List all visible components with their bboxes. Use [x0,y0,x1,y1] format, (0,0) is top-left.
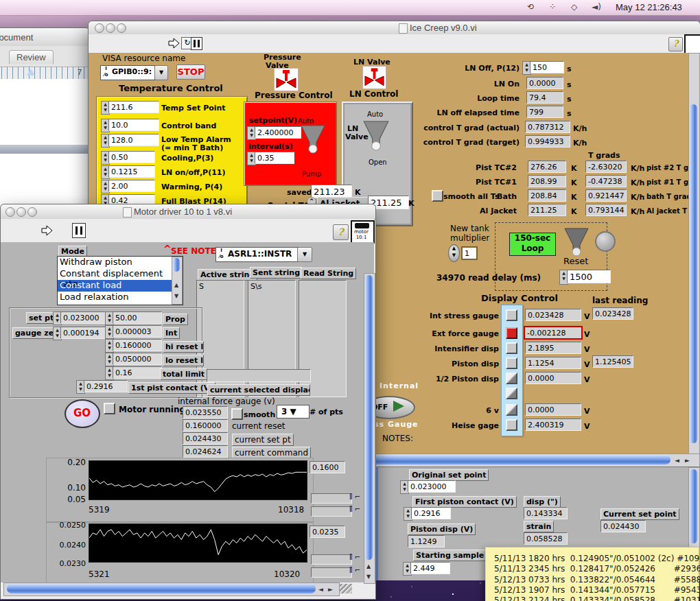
scroll-up-icon[interactable]: ▲ [366,563,371,569]
scroll-right-icon[interactable]: ► [328,586,333,593]
volume-icon[interactable]: ◄) [592,2,601,12]
document-page[interactable] [0,79,89,145]
setpoint-value[interactable]: 2.400000 [255,126,301,139]
first-contact-value[interactable]: 0.2916 [411,507,451,519]
prop-value[interactable]: 50.00 [113,311,162,324]
smooth-checkbox[interactable] [231,408,243,420]
document-splitter[interactable] [0,145,89,154]
scroll-left-icon[interactable]: ◄ [318,586,323,593]
chart2-palette-icon[interactable]: ⫼ ⌐ [349,553,360,561]
saved-value[interactable]: 211.23 [311,185,352,198]
motor-running-checkbox[interactable] [104,403,115,414]
chart2-palette-icon2[interactable]: ⫼ ⌐ [349,566,360,574]
document-titlebar[interactable]: Document [0,28,89,47]
minimize-icon[interactable] [16,207,26,217]
mode-listbox[interactable]: Withdraw piston Constant displacement ra… [57,256,183,305]
loop-indicator[interactable]: 150-sec Loop [509,233,556,256]
int-value[interactable]: 0.000003 [113,325,162,338]
chart1-palette-icon[interactable]: ⫼ ⌐ [349,493,360,501]
original-set-point-value[interactable]: 0.023000 [408,480,456,493]
hi-reset-value[interactable]: 0.160000 [113,339,162,351]
dots-icon[interactable]: ⁘ [549,2,556,12]
smooth-all-checkbox[interactable] [432,190,443,202]
sample-length-value[interactable]: 2.449 [410,562,450,574]
pts-dropdown[interactable]: 3 ▼ [277,405,310,419]
stop-button[interactable]: STOP [176,64,205,80]
chart1-cursor-box2[interactable] [311,506,352,517]
contact-value[interactable]: 0.2916 [84,380,128,392]
close-icon[interactable] [5,207,15,217]
intensifier-button[interactable] [506,342,517,354]
scroll-down-icon[interactable]: ▼ [366,574,371,580]
total-limit-value[interactable]: 0.16 [113,366,162,379]
go-button[interactable]: GO [65,399,100,428]
run-icon[interactable] [40,225,53,236]
six-v-button[interactable] [506,404,517,416]
scroll-up-icon[interactable]: ▲ [174,282,178,288]
chart1-palette-icon2[interactable]: ⫼ ⌐ [349,505,360,513]
ln-off-value[interactable]: 150 [530,61,564,73]
mode-item[interactable]: Constant displacement rate [58,268,183,280]
mode-list-scrollbar[interactable]: ▲ ▼ [172,257,183,305]
chart2-cursor-box2[interactable] [311,567,352,578]
chart2-cursor-box1[interactable] [311,554,352,565]
ice-titlebar[interactable]: Ice Creep v9.0.vi [89,21,700,35]
resource-dropdown-button[interactable]: ▼ [297,247,312,262]
sync-icon[interactable]: ⟲ [527,2,534,12]
help-icon[interactable]: ? [333,224,349,240]
tab-review[interactable]: Review [9,50,54,64]
new-tank-value[interactable]: 1 [461,246,478,260]
sticky-note[interactable]: 5/11/13 1820 hrs 0.124905"/0.051002 (2c)… [485,547,699,601]
scroll-left-icon[interactable]: ◄ [675,457,679,464]
pause-icon[interactable] [191,37,202,50]
ruler-marker-icon[interactable] [27,69,35,75]
ln-onoff-value[interactable]: 0.1215 [108,165,155,178]
motor-vi-icon[interactable]: motor 10:1 [351,220,375,244]
zoom-icon[interactable] [27,207,37,217]
scroll-down-icon[interactable]: ▼ [174,293,178,299]
mode-item-selected[interactable]: Constant load [58,280,183,292]
low-temp-alarm-value[interactable]: 128.0 [108,134,159,146]
pressure-knob-icon[interactable] [300,124,326,154]
spare-button[interactable] [506,388,517,399]
mode-item[interactable]: Load relaxation [58,292,183,303]
cooling-value[interactable]: 0.50 [108,151,155,163]
document-ruler[interactable]: 7 [0,67,89,80]
resize-grip[interactable] [340,584,352,593]
piston-disp-button[interactable] [506,357,517,369]
interval-value[interactable]: 0.35 [255,152,294,164]
ice-vertical-scrollbar[interactable] [688,53,700,455]
new-tank-spinner[interactable]: ▲▼ [448,244,460,262]
half-piston-button[interactable] [506,373,517,384]
menu-clock[interactable]: May 12 21:26:43 [616,2,682,12]
ext-force-button[interactable] [506,327,517,339]
mode-item[interactable]: Withdraw piston [58,257,183,268]
spaces-icon[interactable]: ◇ [571,2,577,12]
warming-value[interactable]: 2.00 [108,180,155,192]
help-icon[interactable]: ? [668,37,683,51]
read-delay-value[interactable]: 1500 [567,270,611,283]
reset-button[interactable] [595,231,616,252]
chart1-plot[interactable] [89,460,307,500]
gauge-zero-value[interactable]: 0.000194 [60,327,106,339]
visa-input[interactable]: GPIB0::9: [110,65,155,80]
lo-reset-value[interactable]: 0.050000 [113,353,162,365]
visa-dropdown-button[interactable]: ▼ [154,65,168,80]
reset-knob-icon[interactable] [563,227,590,257]
motor-horizontal-scrollbar[interactable]: ◄ ► [3,582,340,596]
set-pt-value[interactable]: 0.023000 [60,311,106,324]
run-icon[interactable] [167,38,180,49]
motor-vertical-scrollbar[interactable]: ▲ ▼ [364,273,375,584]
bottom-panel-scrollbar[interactable] [688,467,700,547]
motor-titlebar[interactable]: Motor driver 10 to 1 v8.vi [1,204,375,220]
resource-input[interactable]: ASRL1::INSTR [226,247,299,262]
zoom-icon[interactable] [117,23,126,33]
minimize-icon[interactable] [106,23,115,33]
int-stress-button[interactable] [506,309,517,321]
control-band-value[interactable]: 10.0 [108,119,159,131]
vi-icon[interactable] [684,34,700,55]
temp-set-point-value[interactable]: 211.6 [108,101,159,113]
scroll-right-icon[interactable]: ► [685,457,690,464]
chart2-plot[interactable] [89,523,307,563]
pause-icon[interactable] [72,223,86,238]
